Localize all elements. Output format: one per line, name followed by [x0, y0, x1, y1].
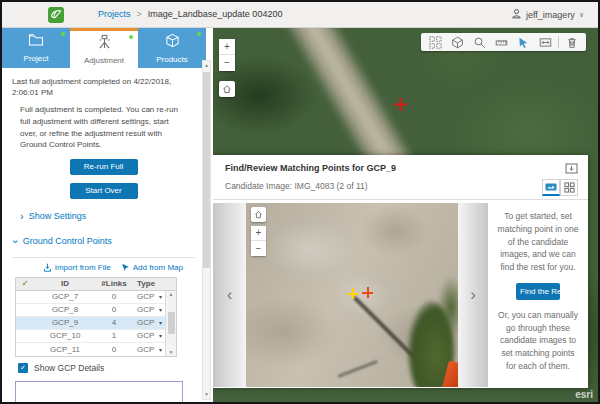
image-zoom-control: + −: [251, 226, 266, 256]
chevron-down-icon: ∨: [579, 11, 584, 19]
tab-bar: Project Adjustment Products: [2, 28, 213, 68]
view-mode-toggle: [542, 179, 578, 196]
type-dropdown-icon[interactable]: ▾: [159, 346, 162, 353]
home-button[interactable]: [219, 81, 235, 97]
grid-view-icon: [564, 182, 575, 193]
image-enhance-icon: [539, 36, 552, 49]
user-icon: [511, 8, 522, 21]
folder-icon: [28, 33, 44, 51]
show-gcp-details-checkbox[interactable]: ✓ Show GCP Details: [18, 363, 195, 373]
app-header: Projects > Image_Landbase_update 004200 …: [2, 2, 598, 28]
rerun-full-button[interactable]: Re-run Full: [70, 159, 138, 175]
gcp-map-marker[interactable]: [394, 98, 407, 111]
table-row-gcp-8[interactable]: GCP_80 GCP▾: [16, 304, 176, 317]
matching-point-marker-yellow[interactable]: [347, 288, 358, 299]
image-home-button[interactable]: [251, 207, 266, 222]
type-dropdown-icon[interactable]: ▾: [159, 293, 162, 300]
user-menu[interactable]: jeff_imagery ∨: [511, 8, 584, 21]
user-name: jeff_imagery: [526, 10, 575, 20]
instructions-column: To get started, set matching point in on…: [488, 200, 588, 387]
tab-adjustment[interactable]: Adjustment: [70, 28, 138, 68]
chevron-right-icon: ›: [470, 285, 476, 304]
cube-icon: [165, 33, 180, 52]
gcp-actions: Import from File Add from Map: [15, 263, 183, 272]
delete-icon: [566, 36, 578, 49]
single-view-icon: [545, 182, 557, 192]
gcp-section-toggle[interactable]: › Ground Control Points: [14, 236, 195, 247]
column-header-links: #Links: [96, 279, 132, 288]
app-logo-icon[interactable]: [48, 7, 64, 23]
delete-button[interactable]: [561, 33, 583, 51]
breadcrumb: Projects > Image_Landbase_update 004200: [98, 9, 282, 19]
matching-points-body: ‹ + − › To get started, set matchin: [213, 200, 588, 387]
gcp-marker-red[interactable]: [362, 287, 373, 298]
gcp-table: ✓ ID #Links Type GCP_70 GCP▾ GCP_80 GCP▾: [15, 277, 177, 357]
import-icon: [43, 263, 52, 272]
show-settings-label: Show Settings: [29, 211, 87, 221]
home-icon: [254, 210, 263, 219]
tab-label: Project: [24, 54, 49, 63]
dock-panel-icon: [565, 163, 578, 174]
table-row-gcp-11[interactable]: GCP_110 GCP▾: [16, 343, 176, 356]
measure-icon: [495, 36, 508, 49]
candidate-image-viewer[interactable]: + −: [246, 203, 458, 387]
find-the-rest-button[interactable]: Find the Rest: [516, 283, 560, 300]
candidate-image-label: Candidate Image: IMG_4083 (2 of 11): [225, 181, 576, 191]
zoom-in-button[interactable]: +: [219, 39, 235, 55]
chevron-right-icon: ›: [20, 211, 24, 222]
check-icon: ✓: [22, 279, 29, 288]
image-zoom-in-button[interactable]: +: [251, 226, 266, 241]
table-row-gcp-9-selected[interactable]: GCP_94 GCP▾: [16, 317, 176, 330]
zoom-out-button[interactable]: −: [219, 55, 235, 71]
grid-overview-button[interactable]: [424, 33, 446, 51]
breadcrumb-separator-icon: >: [137, 9, 142, 19]
checkbox-checked-icon: ✓: [18, 363, 28, 373]
show-settings-toggle[interactable]: › Show Settings: [20, 211, 195, 222]
basemap-icon: [451, 36, 464, 49]
tab-label: Products: [156, 55, 188, 64]
scrollbar-thumb: [168, 312, 175, 334]
image-zoom-out-button[interactable]: −: [251, 241, 266, 256]
table-scrollbar[interactable]: ▲ ▼: [165, 291, 176, 356]
collapse-panel-button[interactable]: [565, 162, 578, 177]
adjustment-description: Full adjustment is completed. You can re…: [20, 104, 188, 150]
import-from-file-link[interactable]: Import from File: [43, 263, 111, 272]
tab-project[interactable]: Project: [2, 28, 70, 68]
type-dropdown-icon[interactable]: ▾: [159, 306, 162, 313]
add-from-map-link[interactable]: Add from Map: [121, 263, 183, 272]
edit-gcp-icon: [517, 36, 530, 49]
image-enhance-button[interactable]: [534, 33, 556, 51]
matching-points-header: Find/Review Matching Points for GCP_9 Ca…: [213, 155, 588, 200]
chevron-left-icon: ‹: [227, 285, 233, 304]
start-over-button[interactable]: Start Over: [70, 183, 138, 199]
scrollbar-thumb: [203, 72, 210, 268]
grid-overview-icon: [429, 36, 442, 49]
map-zoom-control: + −: [219, 39, 235, 71]
project-title: Image_Landbase_update 004200: [148, 9, 283, 19]
table-row-gcp-7[interactable]: GCP_70 GCP▾: [16, 291, 176, 304]
next-image-button[interactable]: ›: [458, 203, 488, 387]
scroll-down-icon: ▼: [169, 350, 174, 355]
single-view-button[interactable]: [542, 179, 560, 196]
tab-products[interactable]: Products: [138, 28, 206, 68]
type-dropdown-icon[interactable]: ▾: [159, 319, 162, 326]
gcp-section-label: Ground Control Points: [23, 236, 112, 246]
gcp-photo-placeholder: Photo not available: [15, 381, 183, 404]
basemap-button[interactable]: [446, 33, 468, 51]
edit-gcp-button[interactable]: [512, 33, 534, 51]
type-dropdown-icon[interactable]: ▾: [159, 332, 162, 339]
gcp-table-header: ✓ ID #Links Type: [16, 278, 176, 291]
breadcrumb-projects-link[interactable]: Projects: [98, 9, 131, 19]
table-row-gcp-10[interactable]: GCP_101 GCP▾: [16, 330, 176, 343]
grid-view-button[interactable]: [560, 179, 578, 196]
panel-scrollbar[interactable]: ▲ ▼: [202, 60, 211, 400]
search-button[interactable]: [468, 33, 490, 51]
matching-points-panel: Find/Review Matching Points for GCP_9 Ca…: [213, 155, 588, 388]
adjustment-panel: Last full adjustment completed on 4/22/2…: [2, 76, 213, 404]
select-all-checkbox[interactable]: ✓: [16, 279, 34, 288]
measure-button[interactable]: [490, 33, 512, 51]
status-dot-icon: [129, 35, 133, 39]
map-attribution: esri: [575, 389, 593, 400]
map-pointer-icon: [121, 263, 130, 272]
previous-image-button[interactable]: ‹: [213, 203, 246, 387]
